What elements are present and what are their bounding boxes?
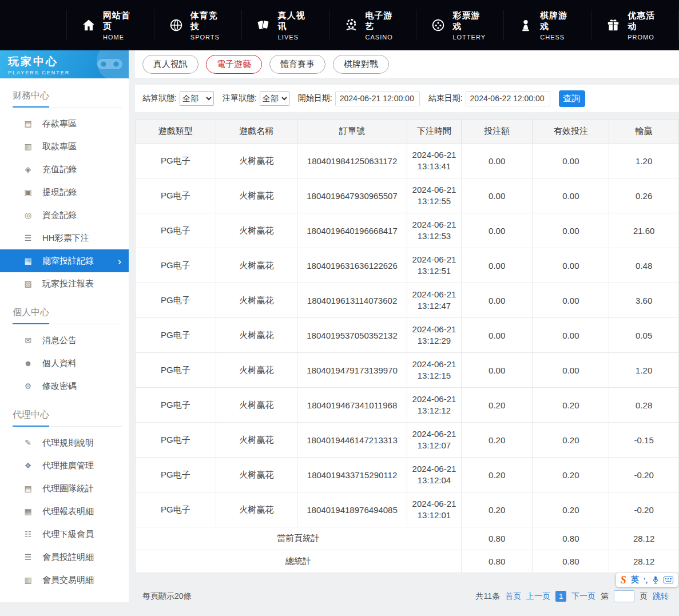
nav-casino[interactable]: 电子游艺CASINO	[329, 10, 416, 41]
tab-sports-events[interactable]: 體育賽事	[269, 55, 325, 74]
header-valid-bet: 有效投注	[533, 120, 609, 144]
sidebar-item-recharge-record[interactable]: ◈充值記錄	[0, 158, 129, 181]
cell-valid-bet: 0.00	[533, 144, 609, 178]
chevron-right-icon: ›	[118, 256, 121, 267]
nav-home[interactable]: 网站首页HOME	[66, 10, 154, 41]
sidebar-item-funds-record[interactable]: ◎資金記錄	[0, 204, 129, 226]
sidebar-item-member-bets[interactable]: ☰會員投註明細	[0, 546, 129, 569]
ime-punctuation-toggle[interactable]: ’,	[644, 576, 648, 585]
page-summary-win-loss: 28.12	[609, 527, 679, 550]
ime-language-toggle[interactable]: 英	[631, 575, 639, 585]
cell-game-name: 火树赢花	[216, 492, 297, 527]
cell-valid-bet: 0.00	[533, 178, 609, 213]
cell-game-name: 火树赢花	[216, 423, 297, 458]
filter-bar: 結算狀態: 全部 注單狀態: 全部 開始日期: 結束日期: 查詢	[135, 85, 679, 112]
total-summary-valid-bet: 0.80	[533, 550, 609, 573]
sidebar-item-label: 廳室投註記錄	[42, 256, 94, 267]
order-status-select[interactable]: 全部	[260, 91, 289, 106]
sidebar-item-member-transactions[interactable]: ▥會員交易明細	[0, 569, 129, 591]
sidebar-item-player-report[interactable]: ▧玩家投注報表	[0, 272, 129, 295]
next-page-link[interactable]: 下一页	[571, 591, 595, 602]
bet-records-table: 遊戲類型 遊戲名稱 訂單號 下注時間 投注額 有效投注 輸贏 PG电子火树赢花1…	[135, 119, 679, 573]
sidebar-item-label: 資金記錄	[42, 210, 77, 221]
table-row: PG电子火树赢花18040195370503521322024-06-2113:…	[136, 318, 679, 353]
cell-order-no: 1804019537050352132	[297, 318, 407, 353]
end-date-input[interactable]	[466, 91, 550, 106]
jump-label-post: 页	[640, 591, 648, 602]
cell-win-loss: -0.20	[609, 458, 679, 492]
cell-bet-time: 2024-06-2113:12:07	[407, 423, 461, 458]
current-page-indicator[interactable]: 1	[555, 591, 566, 602]
order-status-label: 注單狀態:	[223, 93, 257, 104]
cell-win-loss: 3.60	[609, 283, 679, 318]
tab-chess-battle[interactable]: 棋牌對戰	[333, 55, 389, 74]
nav-lottery[interactable]: 彩票游戏LOTTERY	[416, 10, 503, 41]
gamepad-icon	[97, 55, 123, 75]
jump-link[interactable]: 跳转	[653, 591, 669, 602]
query-button[interactable]: 查詢	[559, 90, 585, 107]
page-summary-bet-amount: 0.80	[461, 527, 532, 550]
nav-promo[interactable]: 优惠活动PROMO	[591, 10, 679, 41]
sidebar-item-profile[interactable]: ☻個人資料	[0, 352, 129, 375]
cell-bet-amount: 0.00	[461, 353, 532, 388]
sidebar-item-hh-lottery-bet[interactable]: ☰HH彩票下注	[0, 226, 129, 249]
nav-label-cn: 彩票游戏	[452, 10, 489, 32]
tab-electronic-games[interactable]: 電子遊藝	[206, 55, 262, 74]
keyboard-icon[interactable]	[664, 577, 673, 583]
sidebar-item-label: 修改密碼	[42, 381, 77, 392]
start-date-input[interactable]	[335, 91, 420, 106]
sidebar-item-agent-rules[interactable]: ✎代理規則說明	[0, 431, 129, 454]
page-summary-valid-bet: 0.80	[533, 527, 609, 550]
cell-game-type: PG电子	[136, 144, 216, 178]
sidebar-item-label: 取款專區	[42, 141, 77, 152]
sidebar-item-label: 提現記錄	[42, 187, 77, 198]
sidebar-item-agent-report[interactable]: ▦代理報表明細	[0, 500, 129, 523]
chess-piece-icon	[518, 18, 533, 33]
start-date-label: 開始日期:	[298, 93, 332, 104]
header-bet-time: 下注時間	[407, 120, 461, 144]
sidebar-item-deposit[interactable]: ▤存款專區	[0, 112, 129, 135]
cell-order-no: 1804019418976494085	[297, 492, 407, 527]
cell-game-name: 火树赢花	[216, 353, 297, 388]
tab-live-video[interactable]: 真人視訊	[142, 55, 198, 74]
withdraw-icon: ▥	[23, 142, 33, 151]
sidebar-item-change-password[interactable]: ⚙修改密碼	[0, 375, 129, 398]
member-bets-icon: ☰	[23, 553, 33, 562]
sidebar-item-label: 會員投註明細	[42, 552, 94, 563]
cell-game-name: 火树赢花	[216, 178, 297, 213]
nav-label-en: CASINO	[366, 34, 402, 41]
cell-bet-amount: 0.00	[461, 144, 532, 178]
game-category-tabs: 真人視訊 電子遊藝 體育賽事 棋牌對戰	[135, 50, 679, 78]
cell-bet-amount: 0.00	[461, 283, 532, 318]
table-row: PG电子火树赢花18040196316361226262024-06-2113:…	[136, 248, 679, 283]
home-icon	[81, 18, 96, 33]
sogou-logo-icon[interactable]: S	[621, 574, 626, 586]
nav-lives[interactable]: 真人视讯LIVES	[241, 10, 329, 41]
sidebar-item-agent-members[interactable]: ☷代理下級會員	[0, 523, 129, 546]
nav-sports[interactable]: 体育竞技SPORTS	[154, 10, 241, 41]
bet-records-table-panel: 遊戲類型 遊戲名稱 訂單號 下注時間 投注額 有效投注 輸贏 PG电子火树赢花1…	[135, 119, 679, 573]
sidebar-item-room-bet-record[interactable]: ▦廳室投註記錄›	[0, 249, 129, 272]
nav-label-en: LOTTERY	[452, 34, 489, 41]
nav-chess[interactable]: 棋牌游戏CHESS	[503, 10, 591, 41]
sidebar-item-notices[interactable]: ✉消息公告	[0, 329, 129, 352]
page-jump-input[interactable]	[614, 590, 634, 602]
prev-page-link[interactable]: 上一页	[526, 591, 550, 602]
sidebar-item-withdrawal-record[interactable]: ▣提現記錄	[0, 181, 129, 204]
microphone-icon[interactable]	[652, 576, 659, 584]
cell-order-no: 1804019631636122626	[297, 248, 407, 283]
ime-toolbar: S 英 ’,	[616, 573, 678, 587]
settle-status-select[interactable]: 全部	[180, 91, 214, 106]
nav-label-en: LIVES	[278, 34, 315, 41]
header-game-type: 遊戲類型	[136, 120, 216, 144]
cell-bet-time: 2024-06-2113:12:53	[407, 213, 461, 248]
total-count-label: 共11条	[475, 591, 500, 602]
sidebar-item-withdraw[interactable]: ▥取款專區	[0, 135, 129, 158]
cell-order-no: 1804019479173139970	[297, 353, 407, 388]
cell-game-type: PG电子	[136, 283, 216, 318]
first-page-link[interactable]: 首页	[505, 591, 521, 602]
cell-bet-amount: 0.00	[461, 248, 532, 283]
sidebar-item-agent-promotion[interactable]: ❖代理推廣管理	[0, 454, 129, 477]
nav-label-cn: 体育竞技	[190, 10, 227, 32]
sidebar-item-agent-team-stats[interactable]: ▤代理團隊統計	[0, 477, 129, 500]
